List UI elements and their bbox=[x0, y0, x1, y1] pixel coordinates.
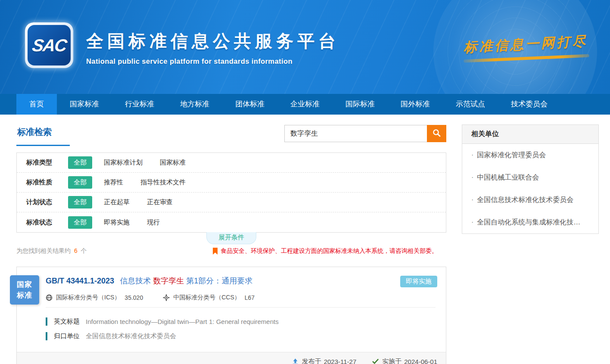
field-marker-bar bbox=[46, 332, 47, 340]
site-header: SAC 全国标准信息公共服务平台 National public service… bbox=[0, 0, 610, 94]
result-card: 国家 标准 GB/T 43441.1-2023 信息技术 数字孪生 第1部分：通… bbox=[16, 267, 446, 364]
filter-row-plan-status: 计划状态 全部 正在起草 正在审查 bbox=[17, 193, 446, 212]
field-label: 归口单位 bbox=[54, 332, 80, 340]
expand-wrap: 展开条件 bbox=[16, 233, 446, 244]
filter-row-standard-status: 标准状态 全部 即将实施 现行 bbox=[17, 212, 446, 232]
nav-tab-enterprise-standards[interactable]: 企业标准 bbox=[277, 94, 333, 115]
ics-meta: 国际标准分类号（ICS） 35.020 bbox=[46, 294, 143, 302]
implement-check-icon bbox=[372, 358, 379, 364]
filter-label: 标准类型 bbox=[26, 159, 68, 167]
ics-value: 35.020 bbox=[124, 294, 143, 301]
published-date-item: 发布于 2023-11-27 bbox=[292, 358, 357, 364]
ics-label: 国际标准分类号（ICS） bbox=[56, 294, 120, 302]
filter-option[interactable]: 推荐性 bbox=[104, 178, 123, 187]
nav-tab-pilot[interactable]: 示范试点 bbox=[443, 94, 498, 115]
title-part2[interactable]: 第1部分：通用要求 bbox=[186, 277, 252, 285]
nav-tab-foreign-standards[interactable]: 国外标准 bbox=[388, 94, 443, 115]
ccs-label: 中国标准分类号（CCS） bbox=[173, 294, 240, 302]
field-value: Information technology—Digital twin—Part… bbox=[86, 318, 279, 325]
search-box bbox=[284, 125, 446, 142]
related-units-panel: 相关单位 ·国家标准化管理委员会 ·中国机械工业联合会 ·全国信息技术标准化技术… bbox=[462, 124, 599, 234]
site-title: 全国标准信息公共服务平台 bbox=[86, 29, 339, 53]
nav-tab-local-standards[interactable]: 地方标准 bbox=[167, 94, 222, 115]
sidebar-item-automation-systems[interactable]: ·全国自动化系统与集成标准化技… bbox=[462, 211, 598, 233]
nav-tab-international-standards[interactable]: 国际标准 bbox=[333, 94, 388, 115]
type-badge-line1: 国家 bbox=[17, 279, 32, 290]
site-subtitle: National public service platform for sta… bbox=[86, 57, 339, 65]
search-button[interactable] bbox=[427, 125, 446, 142]
bullet: · bbox=[471, 218, 473, 226]
field-english-title: 英文标题 Information technology—Digital twin… bbox=[46, 317, 436, 326]
summary-count: 6 bbox=[74, 247, 78, 254]
compass-icon bbox=[163, 294, 170, 301]
implemented-date-item: 实施于 2024-06-01 bbox=[372, 358, 437, 364]
sidebar-item-it-standardization[interactable]: ·全国信息技术标准化技术委员会 bbox=[462, 189, 598, 211]
globe-icon bbox=[46, 294, 53, 301]
summary-row: 为您找到相关结果约 6 个 食品安全、环境保护、工程建设方面的国家标准未纳入本系… bbox=[16, 247, 446, 255]
brand-text: 全国标准信息公共服务平台 National public service pla… bbox=[86, 22, 339, 68]
search-icon bbox=[432, 128, 441, 139]
card-footer: 发布于 2023-11-27 实施于 2024-06-01 bbox=[17, 352, 446, 364]
sidebar-item-machinery-federation[interactable]: ·中国机械工业联合会 bbox=[462, 166, 598, 189]
sidebar-item-label[interactable]: 全国自动化系统与集成标准化技… bbox=[477, 218, 580, 226]
bullet: · bbox=[471, 174, 473, 181]
expand-conditions-button[interactable]: 展开条件 bbox=[206, 232, 256, 244]
related-units-title: 相关单位 bbox=[462, 125, 598, 144]
standard-code[interactable]: GB/T 43441.1-2023 bbox=[46, 277, 114, 285]
nav-tab-industry-standards[interactable]: 行业标准 bbox=[112, 94, 167, 115]
sidebar-item-label[interactable]: 中国机械工业联合会 bbox=[477, 174, 539, 181]
field-committee: 归口单位 全国信息技术标准化技术委员会 bbox=[46, 332, 436, 340]
sac-logo-text: SAC bbox=[31, 36, 68, 55]
published-date: 2023-11-27 bbox=[324, 358, 357, 364]
summary-prefix: 为您找到相关结果约 bbox=[16, 247, 71, 254]
field-value: 全国信息技术标准化技术委员会 bbox=[86, 332, 176, 340]
card-head: GB/T 43441.1-2023 信息技术 数字孪生 第1部分：通用要求 即将… bbox=[17, 267, 446, 287]
card-fields: 英文标题 Information technology—Digital twin… bbox=[17, 308, 446, 352]
filter-all-button[interactable]: 全部 bbox=[68, 196, 92, 208]
title-highlight[interactable]: 数字孪生 bbox=[153, 277, 184, 285]
type-badge-line2: 标准 bbox=[17, 290, 32, 301]
sidebar-item-sac[interactable]: ·国家标准化管理委员会 bbox=[462, 144, 598, 166]
standard-type-badge: 国家 标准 bbox=[10, 275, 39, 305]
field-marker-bar bbox=[46, 317, 47, 326]
filter-all-button[interactable]: 全部 bbox=[68, 216, 92, 229]
filter-option[interactable]: 现行 bbox=[147, 218, 160, 227]
system-notice: 食品安全、环境保护、工程建设方面的国家标准未纳入本系统，请咨询相关部委。 bbox=[213, 247, 446, 255]
title-part1[interactable]: 信息技术 bbox=[120, 277, 151, 285]
page: SAC 全国标准信息公共服务平台 National public service… bbox=[0, 0, 610, 364]
published-label: 发布于 bbox=[302, 358, 321, 364]
nav-tab-home[interactable]: 首页 bbox=[16, 94, 57, 115]
ccs-meta: 中国标准分类号（CCS） L67 bbox=[163, 294, 255, 302]
filter-option[interactable]: 指导性技术文件 bbox=[140, 178, 186, 187]
bullet: · bbox=[471, 196, 473, 203]
filter-option[interactable]: 正在审查 bbox=[147, 198, 173, 206]
content: 标准检索 标准类型 bbox=[0, 115, 610, 364]
bookmark-icon bbox=[213, 248, 218, 255]
filter-option[interactable]: 即将实施 bbox=[104, 218, 130, 227]
field-label: 英文标题 bbox=[54, 317, 80, 326]
summary-suffix: 个 bbox=[81, 247, 87, 254]
brand: SAC 全国标准信息公共服务平台 National public service… bbox=[25, 22, 339, 68]
publish-upload-icon bbox=[292, 358, 299, 364]
filter-option[interactable]: 国家标准 bbox=[160, 159, 186, 167]
filter-label: 标准性质 bbox=[26, 178, 68, 187]
result-summary: 为您找到相关结果约 6 个 bbox=[16, 247, 87, 255]
sidebar-item-label[interactable]: 全国信息技术标准化技术委员会 bbox=[477, 196, 573, 203]
card-meta: 国际标准分类号（ICS） 35.020 中国标准分类号（CCS） L67 bbox=[46, 287, 436, 308]
sac-logo-inner: SAC bbox=[28, 25, 71, 65]
search-input[interactable] bbox=[284, 125, 427, 142]
filter-all-button[interactable]: 全部 bbox=[68, 176, 92, 189]
filter-row-standard-type: 标准类型 全部 国家标准计划 国家标准 bbox=[17, 153, 446, 173]
nav-tab-group-standards[interactable]: 团体标准 bbox=[222, 94, 277, 115]
filter-row-standard-nature: 标准性质 全部 推荐性 指导性技术文件 bbox=[17, 173, 446, 193]
nav-tab-technical-committee[interactable]: 技术委员会 bbox=[498, 94, 560, 115]
search-row: 标准检索 bbox=[16, 124, 446, 146]
filter-label: 计划状态 bbox=[26, 198, 68, 206]
ccs-value: L67 bbox=[245, 294, 255, 301]
nav-tab-national-standards[interactable]: 国家标准 bbox=[57, 94, 112, 115]
standard-title-link[interactable]: GB/T 43441.1-2023 信息技术 数字孪生 第1部分：通用要求 bbox=[46, 276, 252, 286]
filter-option[interactable]: 国家标准计划 bbox=[104, 159, 143, 167]
filter-option[interactable]: 正在起草 bbox=[104, 198, 130, 206]
sidebar-item-label[interactable]: 国家标准化管理委员会 bbox=[477, 151, 546, 159]
filter-all-button[interactable]: 全部 bbox=[68, 156, 92, 169]
